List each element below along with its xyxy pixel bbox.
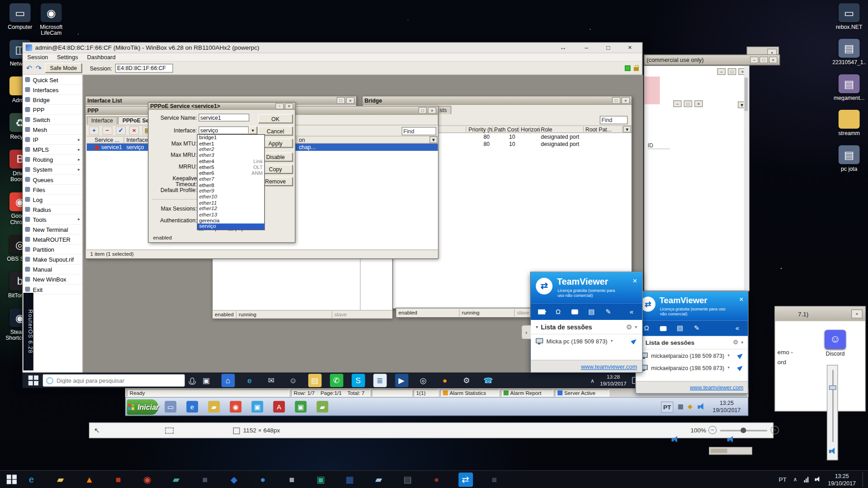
- remove-button[interactable]: −: [102, 127, 112, 135]
- session-item[interactable]: Micka pc (198 509 873) ▾: [531, 334, 642, 347]
- sidebar-item[interactable]: Routing ▸: [23, 155, 82, 164]
- chevron-down-icon[interactable]: ▾: [741, 340, 743, 345]
- sidebar-item[interactable]: Switch: [23, 115, 82, 125]
- undo-button[interactable]: ↶: [26, 64, 32, 72]
- menu-settings[interactable]: Settings: [57, 54, 78, 61]
- folder-icon[interactable]: streamm: [834, 110, 865, 136]
- maximize-button[interactable]: □: [599, 43, 618, 52]
- lifecam-icon[interactable]: ◉ Microsoft LifeCam: [36, 3, 67, 36]
- sidebar-item[interactable]: MetaROUTER: [23, 235, 82, 244]
- col-priority[interactable]: Priority (h...: [468, 127, 497, 132]
- whatsapp-icon[interactable]: ✆: [330, 374, 343, 387]
- sidebar-item[interactable]: Mesh: [23, 125, 82, 135]
- disable-button[interactable]: ×: [129, 127, 139, 135]
- close-button[interactable]: ×: [694, 100, 703, 107]
- interface-combo-arrow[interactable]: ▼: [249, 127, 257, 134]
- sidebar-item[interactable]: PPP: [23, 105, 82, 115]
- close-button[interactable]: ×: [346, 97, 354, 104]
- close-button[interactable]: ×: [620, 43, 639, 52]
- menu-session[interactable]: Session: [27, 54, 48, 61]
- blue-app3-icon[interactable]: ▦: [343, 472, 357, 487]
- sidebar-item[interactable]: MPLS ▸: [23, 145, 82, 155]
- sidebar-item[interactable]: Log: [23, 195, 82, 205]
- file-icon[interactable]: ▤ 22310547_1...: [834, 39, 865, 66]
- close-button[interactable]: ×: [769, 56, 777, 63]
- chat-icon[interactable]: [657, 326, 670, 331]
- slate-app-icon[interactable]: ▤: [401, 472, 415, 487]
- sidebar-item[interactable]: Make Supout.rif: [23, 254, 82, 264]
- sidebar-item[interactable]: Bridge: [23, 95, 82, 105]
- folder-icon[interactable]: ▰: [208, 401, 220, 413]
- close-button[interactable]: ×: [285, 103, 293, 109]
- sidebar-item[interactable]: New Terminal: [23, 225, 82, 235]
- dark-app-icon[interactable]: ■: [198, 472, 212, 487]
- sidebar-item[interactable]: Interfaces: [23, 85, 82, 95]
- xp-tray-keyboard-icon[interactable]: ▦: [678, 403, 684, 410]
- blue-app-icon[interactable]: ◆: [227, 472, 241, 487]
- ok-button[interactable]: OK: [258, 114, 292, 123]
- dropdown-item[interactable]: ether10: [198, 194, 264, 200]
- volume-icon[interactable]: [815, 477, 821, 483]
- settings-icon[interactable]: ⚙: [460, 374, 473, 387]
- col-horizon[interactable]: Horizon: [521, 127, 540, 132]
- col-path-cost[interactable]: Path Cost: [494, 127, 519, 132]
- connect-arrow-icon[interactable]: [631, 338, 638, 344]
- collapse-icon[interactable]: «: [731, 324, 743, 332]
- alarm-report[interactable]: Alarm Report: [501, 389, 553, 397]
- media-app-icon[interactable]: ▣: [251, 401, 263, 413]
- xp-start-button[interactable]: Iniciar: [127, 399, 158, 415]
- teal-app-icon[interactable]: ▣: [314, 472, 328, 487]
- sidebar-item[interactable]: Manual: [23, 264, 82, 274]
- gear-icon[interactable]: ⚙: [626, 323, 632, 331]
- chrome-icon[interactable]: ◉: [230, 401, 241, 413]
- vlc-icon[interactable]: ▲: [82, 472, 97, 487]
- light-folder-icon[interactable]: ▰: [372, 472, 386, 487]
- edge-icon[interactable]: e: [24, 472, 39, 487]
- safe-mode-button[interactable]: Safe Mode: [45, 63, 82, 73]
- chevron-down-icon[interactable]: ▾: [536, 324, 538, 329]
- teamviewer-icon[interactable]: ⇄: [458, 472, 473, 487]
- file-icon[interactable]: ▤ megament...: [834, 74, 865, 101]
- window-app-icon[interactable]: ▭: [165, 401, 176, 413]
- col-role[interactable]: Role: [541, 127, 552, 132]
- bridge-find-input[interactable]: [600, 116, 628, 124]
- chevron-down-icon[interactable]: ▾: [635, 324, 637, 329]
- sidebar-item[interactable]: Queues: [23, 175, 82, 185]
- show-desktop-button[interactable]: [863, 472, 865, 487]
- vertical-scrollbar[interactable]: [744, 66, 749, 290]
- whiteboard-icon[interactable]: ✎: [602, 308, 614, 315]
- sidebar-item[interactable]: IP ▸: [23, 135, 82, 145]
- close-button[interactable]: ×: [428, 107, 436, 114]
- horizontal-scrollbar-fragment[interactable]: [709, 447, 752, 455]
- session-item[interactable]: mickaelparaizo (198 509 873) ▾: [636, 361, 748, 374]
- close-icon[interactable]: ×: [632, 276, 637, 285]
- edge-icon[interactable]: e: [243, 374, 256, 387]
- maximize-button[interactable]: □: [684, 100, 692, 107]
- bridge-titlebar[interactable]: Bridge □ ×: [363, 97, 631, 105]
- column-chooser-button[interactable]: ▼: [429, 136, 437, 143]
- col-service[interactable]: Service ...: [94, 137, 119, 143]
- dropdown-item[interactable]: serviço: [198, 224, 264, 230]
- close-icon[interactable]: ×: [739, 295, 743, 303]
- rebox-icon[interactable]: ▭ rebox.NET: [834, 3, 865, 30]
- alarm-statistics[interactable]: Alarm Statistics: [440, 389, 499, 397]
- dropdown-item[interactable]: ether3: [198, 153, 264, 159]
- sidebar-item[interactable]: Tools ▸: [23, 215, 82, 225]
- chrome-icon[interactable]: ◉: [140, 472, 155, 487]
- maximize-button[interactable]: □: [419, 107, 427, 114]
- menu-dashboard[interactable]: Dashboard: [87, 54, 115, 61]
- connect-arrow-icon[interactable]: [737, 364, 744, 371]
- minimize-button[interactable]: –: [673, 100, 681, 107]
- xp-language-indicator[interactable]: PT: [661, 402, 673, 413]
- tab-interface[interactable]: Interface: [87, 117, 118, 124]
- id-column-header[interactable]: ID: [648, 142, 670, 149]
- col-interface[interactable]: Interface: [126, 137, 148, 143]
- green-folder-icon[interactable]: ▰: [316, 401, 328, 413]
- winbox-titlebar[interactable]: admin@E4:8D:8C:1F:66:CF (MikroTik) - Win…: [23, 42, 642, 53]
- language-indicator[interactable]: PT: [779, 476, 787, 483]
- task-view-icon[interactable]: ▣: [199, 374, 213, 387]
- skype-icon[interactable]: S: [351, 374, 365, 387]
- teamviewer-link[interactable]: www.teamviewer.com: [690, 384, 743, 390]
- sidebar-item[interactable]: Files: [23, 185, 82, 195]
- dark-app2-icon[interactable]: ■: [487, 472, 502, 487]
